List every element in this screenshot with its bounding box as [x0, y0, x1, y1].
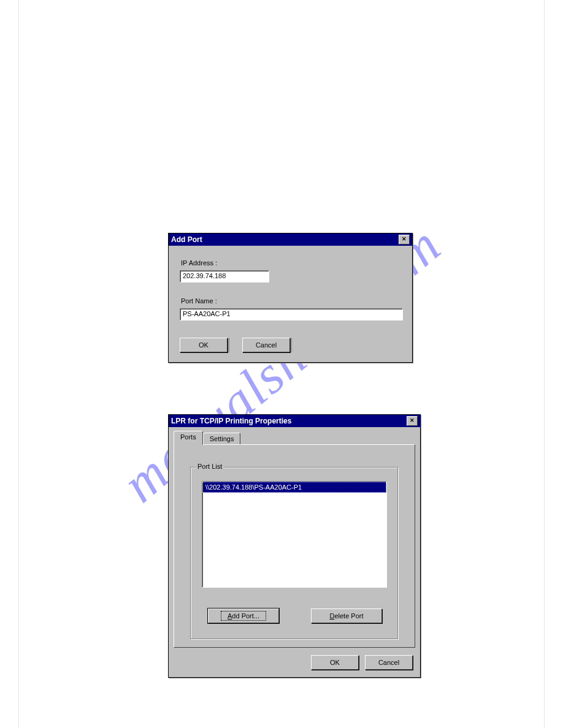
page-border-left: [18, 0, 19, 728]
lpr-properties-title: LPR for TCP/IP Printing Properties: [171, 415, 291, 427]
add-port-button-label: Add Port...: [221, 611, 266, 621]
list-item[interactable]: \\202.39.74.188\PS-AA20AC-P1: [202, 482, 386, 493]
port-listbox[interactable]: \\202.39.74.188\PS-AA20AC-P1: [202, 481, 387, 588]
tab-settings[interactable]: Settings: [203, 433, 241, 445]
tab-row: Ports Settings: [174, 432, 240, 445]
port-name-input[interactable]: PS-AA20AC-P1: [180, 308, 403, 320]
page-border-right: [544, 0, 545, 728]
ok-button[interactable]: OK: [180, 338, 228, 352]
lpr-properties-body: Ports Settings Port List \\202.39.74.188…: [169, 427, 420, 677]
port-list-label: Port List: [196, 463, 224, 470]
cancel-button[interactable]: Cancel: [242, 338, 290, 352]
cancel-button[interactable]: Cancel: [365, 655, 413, 670]
add-port-dialog: Add Port ✕ IP Address : 202.39.74.188 Po…: [168, 233, 413, 363]
lpr-properties-titlebar[interactable]: LPR for TCP/IP Printing Properties ✕: [169, 415, 420, 427]
close-icon[interactable]: ✕: [407, 416, 418, 426]
close-icon[interactable]: ✕: [399, 235, 410, 245]
tab-ports[interactable]: Ports: [174, 431, 203, 445]
add-port-title: Add Port: [171, 233, 202, 246]
ip-address-input[interactable]: 202.39.74.188: [180, 270, 269, 282]
ok-button[interactable]: OK: [311, 655, 359, 670]
lpr-properties-dialog: LPR for TCP/IP Printing Properties ✕ Por…: [168, 414, 421, 678]
delete-port-button[interactable]: Delete Port: [311, 609, 382, 623]
add-port-button[interactable]: Add Port...: [208, 609, 279, 623]
button-shadow: [291, 338, 292, 352]
port-list-groupbox: Port List \\202.39.74.188\PS-AA20AC-P1 A…: [190, 467, 399, 640]
add-port-body: IP Address : 202.39.74.188 Port Name : P…: [169, 246, 412, 362]
button-shadow: [229, 338, 229, 352]
delete-port-button-label: Delete Port: [329, 612, 363, 620]
ip-address-label: IP Address :: [181, 259, 217, 267]
port-name-label: Port Name :: [181, 297, 217, 305]
add-port-titlebar[interactable]: Add Port ✕: [169, 233, 412, 246]
tab-panel-ports: Port List \\202.39.74.188\PS-AA20AC-P1 A…: [174, 444, 415, 648]
